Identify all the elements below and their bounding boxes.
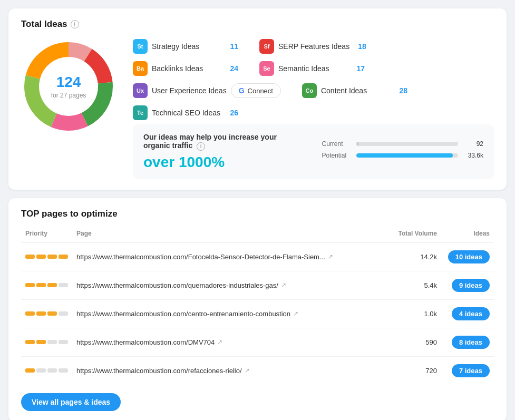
page-url[interactable]: https://www.thermalcombustion.com/quemad… (76, 281, 379, 289)
strategy-count: 11 (230, 42, 238, 51)
ideas-cell: 9 ideas (441, 271, 494, 299)
page-url-cell: https://www.thermalcombustion.com/refacc… (72, 356, 383, 385)
priority-cell (21, 271, 72, 299)
ideas-button[interactable]: 8 ideas (452, 336, 490, 349)
priority-bar (25, 368, 35, 373)
ideas-button[interactable]: 7 ideas (452, 364, 490, 377)
external-link-icon: ↗ (328, 253, 333, 260)
traffic-bars: Current 92 Potential 33.6k (322, 140, 484, 163)
ideas-button[interactable]: 4 ideas (452, 307, 490, 320)
ideas-grid: St Strategy Ideas 11 Sf SERP Features Id… (133, 39, 494, 120)
idea-backlinks: Ba Backlinks Ideas 24 (133, 61, 238, 76)
ideas-button[interactable]: 9 ideas (452, 279, 490, 292)
priority-bar (25, 283, 35, 287)
table-header: Priority Page Total Volume Ideas (21, 227, 494, 243)
content-name: Content Ideas (321, 86, 391, 95)
donut-count: 124 (51, 74, 86, 91)
col-volume: Total Volume (383, 227, 441, 243)
priority-bar (25, 311, 35, 316)
top-pages-card: TOP pages to optimize Priority Page Tota… (8, 198, 507, 421)
ideas-row-3: Ux User Experience Ideas G Connect Co Co… (133, 83, 494, 98)
volume-cell: 14.2k (383, 242, 441, 271)
priority-bar (36, 368, 46, 373)
strategy-badge: St (133, 39, 148, 54)
view-all-button[interactable]: View all pages & ideas (21, 393, 121, 411)
volume-cell: 720 (383, 356, 441, 385)
volume-cell: 5.4k (383, 271, 441, 299)
table-body: https://www.thermalcombustion.com/Fotoce… (21, 242, 494, 385)
content-count: 28 (399, 86, 407, 95)
total-ideas-content: 124 for 27 pages St Strategy Ideas 11 Sf… (21, 39, 494, 179)
current-bar-row: Current 92 (322, 140, 484, 148)
priority-bar (36, 311, 46, 316)
ideas-cell: 7 ideas (441, 356, 494, 385)
table-row: https://www.thermalcombustion.com/refacc… (21, 356, 494, 385)
page-url[interactable]: https://www.thermalcombustion.com/centro… (76, 310, 379, 318)
external-link-icon: ↗ (245, 367, 250, 374)
current-bar-track (356, 142, 459, 146)
priority-bar (59, 283, 68, 287)
external-link-icon: ↗ (217, 338, 222, 346)
content-badge: Co (302, 83, 317, 98)
serp-name: SERP Features Ideas (278, 42, 349, 51)
priority-bar (36, 340, 46, 344)
page-url[interactable]: https://www.thermalcombustion.com/Fotoce… (76, 253, 379, 261)
idea-ux: Ux User Experience Ideas G Connect (133, 83, 281, 98)
donut-subtitle: for 27 pages (51, 92, 86, 99)
page-url-cell: https://www.thermalcombustion.com/quemad… (72, 271, 383, 299)
traffic-box: Our ideas may help you increase your org… (133, 124, 494, 179)
ideas-cell: 8 ideas (441, 328, 494, 356)
page-url-cell: https://www.thermalcombustion.com/centro… (72, 299, 383, 328)
priority-bar (36, 283, 46, 287)
idea-serp: Sf SERP Features Ideas 18 (259, 39, 366, 54)
donut-chart: 124 for 27 pages (21, 39, 116, 134)
priority-bars (25, 340, 68, 344)
technical-badge: Te (133, 105, 148, 120)
priority-cell (21, 356, 72, 385)
idea-strategy: St Strategy Ideas 11 (133, 39, 238, 54)
page-url[interactable]: https://www.thermalcombustion.com/refacc… (76, 367, 379, 375)
priority-bars (25, 311, 68, 316)
priority-cell (21, 328, 72, 356)
current-bar-fill (356, 142, 359, 146)
top-pages-table: Priority Page Total Volume Ideas https:/… (21, 227, 494, 385)
total-ideas-info-icon[interactable]: i (71, 20, 79, 28)
priority-bar (47, 283, 57, 287)
ideas-button[interactable]: 10 ideas (448, 250, 490, 263)
priority-bar (25, 340, 35, 344)
current-label: Current (322, 140, 351, 148)
technical-count: 26 (230, 109, 238, 117)
ideas-right-section: St Strategy Ideas 11 Sf SERP Features Id… (133, 39, 494, 179)
traffic-text: Our ideas may help you increase your org… (143, 133, 305, 171)
potential-bar-track (356, 153, 459, 158)
priority-bars (25, 255, 68, 259)
strategy-name: Strategy Ideas (152, 42, 221, 51)
traffic-headline: Our ideas may help you increase your org… (143, 133, 305, 151)
traffic-percent: over 1000% (143, 154, 305, 171)
priority-cell (21, 242, 72, 271)
donut-center: 124 for 27 pages (51, 74, 86, 99)
external-link-icon: ↗ (293, 310, 298, 317)
ideas-row-1: St Strategy Ideas 11 Sf SERP Features Id… (133, 39, 494, 54)
volume-cell: 1.0k (383, 299, 441, 328)
page-url-cell: https://www.thermalcombustion.com/DMV704… (72, 328, 383, 356)
priority-bars (25, 283, 68, 287)
traffic-info-icon[interactable]: i (197, 142, 205, 151)
idea-semantic: Se Semantic Ideas 17 (259, 61, 365, 76)
idea-content: Co Content Ideas 28 (302, 83, 407, 98)
page-url[interactable]: https://www.thermalcombustion.com/DMV704… (76, 338, 379, 346)
ideas-row-4: Te Technical SEO Ideas 26 (133, 105, 494, 120)
table-row: https://www.thermalcombustion.com/centro… (21, 299, 494, 328)
ux-badge: Ux (133, 83, 148, 98)
technical-name: Technical SEO Ideas (152, 109, 221, 117)
priority-bar (59, 340, 68, 344)
ux-name: User Experience Ideas (152, 86, 227, 95)
table-row: https://www.thermalcombustion.com/Fotoce… (21, 242, 494, 271)
potential-value: 33.6k (463, 152, 483, 159)
serp-count: 18 (358, 42, 366, 51)
priority-bar (59, 311, 68, 316)
priority-bar (59, 255, 68, 259)
potential-label: Potential (322, 152, 351, 159)
connect-button[interactable]: G Connect (231, 83, 281, 98)
backlinks-name: Backlinks Ideas (152, 64, 221, 73)
